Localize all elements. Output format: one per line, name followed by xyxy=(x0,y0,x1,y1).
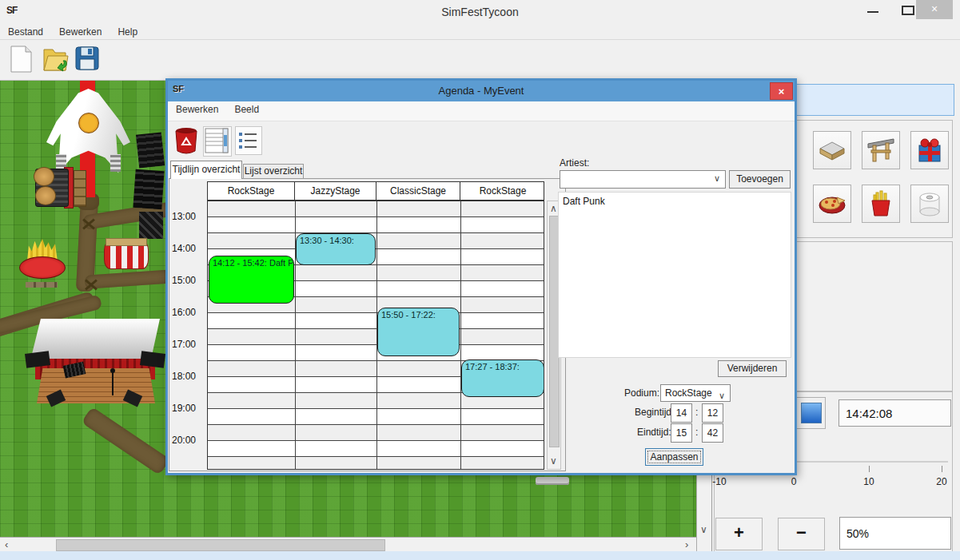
item-button-toilet-paper[interactable] xyxy=(910,185,949,223)
striped-stand-top xyxy=(106,238,147,246)
timeline-view-button[interactable] xyxy=(203,126,232,157)
fries-stand xyxy=(19,239,64,280)
window-bottom-frame xyxy=(0,551,960,560)
close-button[interactable]: × xyxy=(916,0,953,19)
chevron-down-icon: ∨ xyxy=(714,173,720,184)
gate-icon xyxy=(866,136,895,165)
grid-row xyxy=(208,329,544,345)
gift-icon xyxy=(915,136,944,165)
schedule-event-selected[interactable]: 14:12 - 15:42: Daft P xyxy=(209,256,294,304)
speaker-stack xyxy=(139,212,163,239)
grid-row xyxy=(208,217,544,233)
time-label-14:00: 14:00 xyxy=(172,243,205,254)
dialog-menu-item-bewerken[interactable]: Bewerken xyxy=(168,102,226,115)
pizza-icon xyxy=(818,189,846,218)
time-label-15:00: 15:00 xyxy=(172,275,205,286)
tab-timeline[interactable]: Tijdlijn overzicht xyxy=(170,161,242,179)
schedule-event[interactable]: 13:30 - 14:30: xyxy=(296,233,376,265)
dirt-path xyxy=(82,407,170,475)
trash-icon xyxy=(174,127,198,154)
open-file-button[interactable] xyxy=(42,45,70,75)
application-window: SF SimFestTycoon × BestandBewerkenHelp xyxy=(0,0,960,560)
item-button-platform[interactable] xyxy=(813,131,851,169)
end-minute-field[interactable]: 42 xyxy=(702,423,723,443)
artist-list[interactable]: Daft Punk xyxy=(558,192,791,358)
schedule-event[interactable]: 17:27 - 18:37: xyxy=(461,359,544,397)
dialog-title: Agenda - MyEvent xyxy=(168,85,795,97)
maximize-icon xyxy=(902,6,914,15)
game-clock: 14:42:08 xyxy=(839,399,951,427)
menu-item-bestand[interactable]: Bestand xyxy=(0,25,51,38)
podium-label: Podium: xyxy=(624,387,659,399)
time-label-13:00: 13:00 xyxy=(172,211,205,222)
item-button-gift[interactable] xyxy=(910,131,949,169)
grid-row xyxy=(208,425,544,441)
dialog-menu-item-beeld[interactable]: Beeld xyxy=(226,102,267,115)
platform-icon xyxy=(818,136,846,165)
schedule-header-row: RockStageJazzyStageClassicStageRockStage xyxy=(207,181,544,201)
time-label-16:00: 16:00 xyxy=(172,307,205,318)
scroll-down-icon[interactable]: ∨ xyxy=(700,524,707,535)
schedule-grid[interactable]: 14:12 - 15:42: Daft P13:30 - 14:30:15:50… xyxy=(207,201,544,470)
time-separator: : xyxy=(695,427,698,438)
zoom-out-button[interactable]: − xyxy=(778,518,825,550)
schedule-event[interactable]: 15:50 - 17:22: xyxy=(377,308,460,356)
grid-row xyxy=(208,457,544,470)
time-label-20:00: 20:00 xyxy=(172,435,205,446)
begin-hour-field[interactable]: 14 xyxy=(671,403,692,423)
chevron-down-icon: ∨ xyxy=(719,387,725,403)
list-view-button[interactable] xyxy=(235,126,262,155)
new-file-button[interactable] xyxy=(8,45,37,75)
dialog-title-bar[interactable]: SF Agenda - MyEvent × xyxy=(168,81,795,101)
map-horizontal-scrollbar[interactable]: ‹ › xyxy=(0,537,696,552)
tent-trestle xyxy=(110,154,121,172)
artist-label: Artiest: xyxy=(560,157,589,169)
tab-list[interactable]: Lijst overzicht xyxy=(243,164,304,179)
agenda-dialog: SF Agenda - MyEvent × BewerkenBeeld xyxy=(165,78,797,475)
time-label-19:00: 19:00 xyxy=(172,403,205,414)
column-divider xyxy=(460,201,461,469)
save-icon xyxy=(74,45,101,72)
menu-item-bewerken[interactable]: Bewerken xyxy=(51,25,110,38)
podium-dropdown[interactable]: RockStage ∨ xyxy=(660,384,731,402)
scroll-up-icon[interactable]: ∧ xyxy=(550,203,557,214)
slider-tick xyxy=(869,466,870,472)
remove-button[interactable]: Verwijderen xyxy=(718,360,787,377)
microphone xyxy=(110,368,115,373)
apply-button[interactable]: Aanpassen xyxy=(645,448,703,466)
slider-label-0: 0 xyxy=(778,476,810,487)
grid-row xyxy=(208,233,544,249)
scroll-left-icon[interactable]: ‹ xyxy=(5,538,8,550)
delete-event-button[interactable] xyxy=(174,127,198,157)
grill-stand xyxy=(35,165,74,209)
artist-list-item[interactable]: Daft Punk xyxy=(559,193,791,207)
title-bar: SF SimFestTycoon × xyxy=(0,0,960,24)
speaker-stack xyxy=(136,132,165,168)
item-button-gate[interactable] xyxy=(862,131,900,169)
path-cross-mark xyxy=(84,277,98,292)
wood-planks xyxy=(26,282,58,288)
add-artist-button[interactable]: Toevoegen xyxy=(729,170,791,189)
end-hour-field[interactable]: 15 xyxy=(671,423,692,443)
scroll-right-icon[interactable]: › xyxy=(685,538,688,550)
item-button-pizza[interactable] xyxy=(813,185,851,223)
item-button-fries[interactable] xyxy=(862,185,900,223)
menu-item-help[interactable]: Help xyxy=(110,25,145,38)
map-hscroll-thumb[interactable] xyxy=(56,539,385,551)
burger xyxy=(35,186,56,205)
save-button[interactable] xyxy=(74,45,102,75)
artist-dropdown[interactable]: ∨ xyxy=(560,170,726,189)
slider-label--10: -10 xyxy=(703,476,735,487)
zoom-in-button[interactable]: + xyxy=(715,518,763,550)
new-file-icon xyxy=(8,45,34,73)
zoom-level-display: 50% xyxy=(839,517,951,550)
dialog-menu-bar: BewerkenBeeld xyxy=(168,101,795,121)
begin-minute-field[interactable]: 12 xyxy=(702,403,723,423)
scroll-down-icon[interactable]: ∨ xyxy=(550,455,557,467)
dialog-close-button[interactable]: × xyxy=(770,82,793,100)
bench xyxy=(536,477,569,485)
artist-dropdown-value xyxy=(560,171,564,182)
main-toolbar xyxy=(0,40,960,78)
minimize-button[interactable] xyxy=(860,0,887,19)
speaker-stack xyxy=(133,169,164,209)
